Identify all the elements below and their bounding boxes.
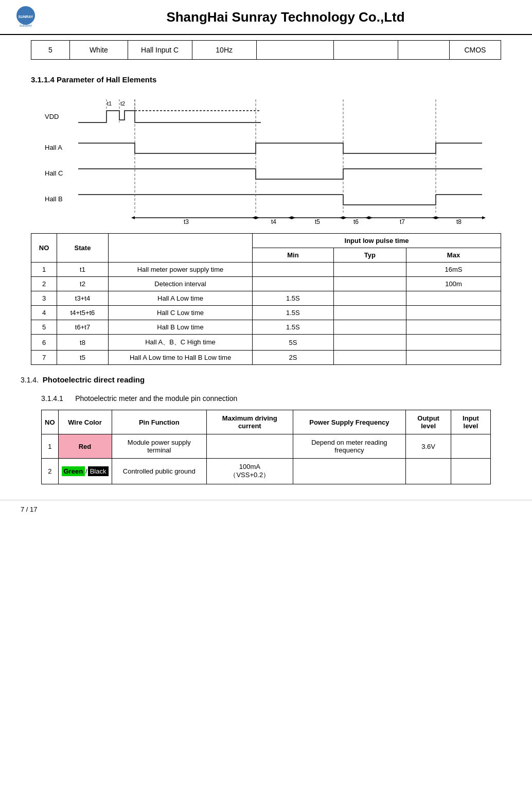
th-pin-no: NO bbox=[42, 410, 59, 434]
cell-typ bbox=[333, 335, 406, 351]
cell-max bbox=[406, 320, 501, 335]
table-row: 4 t4+t5+t6 Hall C Low time 1.5S bbox=[31, 306, 501, 320]
timing-svg: VDD Hall A Hall C Hall B t1 t2 bbox=[31, 94, 501, 228]
cell-min: 1.5S bbox=[253, 320, 334, 335]
th-state: State bbox=[57, 234, 109, 263]
cell-max: 16mS bbox=[406, 263, 501, 277]
cell-symbol: t4+t5+t6 bbox=[57, 306, 109, 320]
table-row: 6 t8 Hall A、B、C High time 5S bbox=[31, 335, 501, 351]
pin-table-section: NO Wire Color Pin Function Maximum drivi… bbox=[0, 405, 532, 490]
cell-no: 7 bbox=[31, 351, 57, 365]
cell-min: 1.5S bbox=[253, 291, 334, 306]
cell-typ bbox=[333, 277, 406, 291]
table-row: 7 t5 Hall A Low time to Hall B Low time … bbox=[31, 351, 501, 365]
cell-max-driving bbox=[207, 434, 293, 459]
hall-a-label: Hall A bbox=[45, 144, 62, 151]
cell-max: 100m bbox=[406, 277, 501, 291]
th-pin-function: Pin Function bbox=[112, 410, 207, 434]
section-3141-text: Photoelectric meter and the module pin c… bbox=[75, 394, 237, 403]
th-power-freq: Power Supply Frequency bbox=[293, 410, 406, 434]
pin-table: NO Wire Color Pin Function Maximum drivi… bbox=[41, 410, 491, 484]
section-3141-wrapper: 3.1.4.1 Photoelectric meter and the modu… bbox=[0, 387, 532, 405]
cell-state: Hall C Low time bbox=[109, 306, 253, 320]
black-label: Black bbox=[88, 466, 109, 476]
cell-no: 3 bbox=[31, 291, 57, 306]
cell-symbol: t1 bbox=[57, 263, 109, 277]
table-row: 5 White Hall Input C 10Hz CMOS bbox=[31, 41, 501, 60]
table-row: 2 Green/Black Controlled public ground 1… bbox=[42, 459, 491, 484]
cell-symbol: t2 bbox=[57, 277, 109, 291]
svg-marker-22 bbox=[288, 216, 292, 219]
cell-input-level bbox=[451, 434, 491, 459]
svg-text:t6: t6 bbox=[353, 218, 359, 225]
cell-state: Hall B Low time bbox=[109, 320, 253, 335]
section-311-title: 3.1.1.4 Parameter of Hall Elements bbox=[0, 65, 532, 89]
company-logo: SUNRAY SUNRAY bbox=[10, 4, 41, 30]
cell-pin-no: 2 bbox=[42, 459, 59, 484]
svg-text:t4: t4 bbox=[271, 218, 276, 225]
cell-symbol: t6+t7 bbox=[57, 320, 109, 335]
cell-no: 6 bbox=[31, 335, 57, 351]
timing-diagram: VDD Hall A Hall C Hall B t1 t2 bbox=[0, 89, 532, 233]
cell-max bbox=[406, 335, 501, 351]
cell-power-freq bbox=[293, 459, 406, 484]
svg-marker-14 bbox=[131, 216, 135, 219]
svg-text:t5: t5 bbox=[315, 218, 320, 225]
cell-wire-color: Red bbox=[58, 434, 112, 459]
th-no: NO bbox=[31, 234, 57, 263]
cell-no: 5 bbox=[31, 41, 70, 60]
cell-min: 1.5S bbox=[253, 306, 334, 320]
th-max: Max bbox=[406, 248, 501, 263]
cell-no: 2 bbox=[31, 277, 57, 291]
svg-marker-35 bbox=[482, 216, 486, 219]
cell-symbol: t8 bbox=[57, 335, 109, 351]
th-input-level: Input level bbox=[451, 410, 491, 434]
cell-max bbox=[406, 291, 501, 306]
cell-pin-function: Module power supply terminal bbox=[112, 434, 207, 459]
cell-max bbox=[406, 306, 501, 320]
cell-min: 2S bbox=[253, 351, 334, 365]
cell-state: Hall meter power supply time bbox=[109, 263, 253, 277]
page-header: SUNRAY SUNRAY ShangHai Sunray Technology… bbox=[0, 0, 532, 35]
cell-state: Hall A、B、C High time bbox=[109, 335, 253, 351]
cell-typ bbox=[333, 291, 406, 306]
svg-text:t2: t2 bbox=[120, 100, 125, 107]
section-314-title: Photoelectric direct reading bbox=[43, 375, 145, 384]
page-footer: 7 / 17 bbox=[0, 500, 532, 518]
cell-no: 4 bbox=[31, 306, 57, 320]
cell-symbol: t3+t4 bbox=[57, 291, 109, 306]
section-314-wrapper: 3.1.4. Photoelectric direct reading bbox=[0, 365, 532, 387]
cell-col5 bbox=[256, 41, 333, 60]
svg-text:t1: t1 bbox=[107, 100, 112, 107]
svg-text:t3: t3 bbox=[184, 218, 189, 225]
cell-state: Detection interval bbox=[109, 277, 253, 291]
section-3141-no: 3.1.4.1 bbox=[41, 394, 63, 403]
cell-typ bbox=[333, 320, 406, 335]
pin-table-header: NO Wire Color Pin Function Maximum drivi… bbox=[42, 410, 491, 434]
cell-pin-function: Controlled public ground bbox=[112, 459, 207, 484]
cell-pin-no: 1 bbox=[42, 434, 59, 459]
svg-marker-30 bbox=[365, 216, 369, 219]
top-table: 5 White Hall Input C 10Hz CMOS bbox=[31, 40, 501, 60]
svg-text:t7: t7 bbox=[400, 218, 405, 225]
th-input-low: Input low pulse time bbox=[253, 234, 501, 248]
cell-min: 5S bbox=[253, 335, 334, 351]
cell-output: CMOS bbox=[449, 41, 501, 60]
cell-typ bbox=[333, 263, 406, 277]
vdd-label: VDD bbox=[45, 113, 59, 120]
cell-col7 bbox=[398, 41, 449, 60]
th-output-level: Output level bbox=[406, 410, 451, 434]
svg-marker-34 bbox=[432, 216, 436, 219]
table-row: 5 t6+t7 Hall B Low time 1.5S bbox=[31, 320, 501, 335]
svg-marker-18 bbox=[252, 216, 256, 219]
th-state-desc bbox=[109, 234, 253, 263]
cell-typ bbox=[333, 306, 406, 320]
cell-max bbox=[406, 351, 501, 365]
cell-wire-color: Green/Black bbox=[58, 459, 112, 484]
company-title: ShangHai Sunray Technology Co.,Ltd bbox=[49, 9, 522, 25]
top-table-section: 5 White Hall Input C 10Hz CMOS bbox=[0, 35, 532, 65]
cell-output-level: 3.6V bbox=[406, 434, 451, 459]
svg-text:t8: t8 bbox=[456, 218, 462, 225]
cell-col6 bbox=[333, 41, 398, 60]
cell-power-freq: Depend on meter reading frequency bbox=[293, 434, 406, 459]
